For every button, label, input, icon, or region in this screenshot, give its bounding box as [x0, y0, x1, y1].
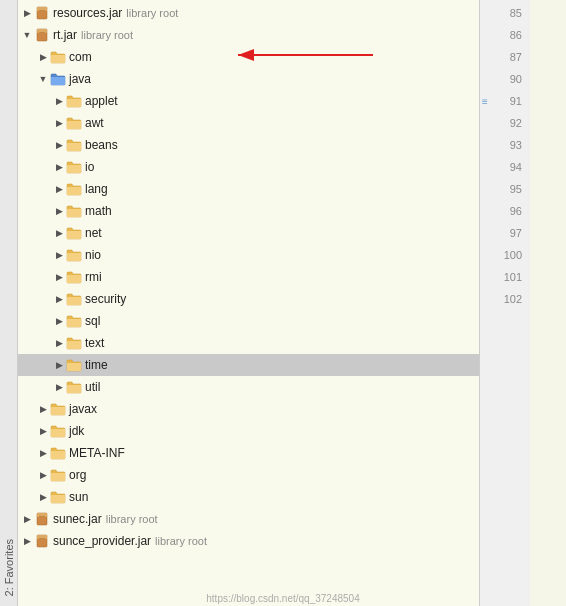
tree-arrow-jdk[interactable] [36, 424, 50, 438]
favorites-tab-label: 2: Favorites [3, 539, 15, 596]
folder-icon-java [50, 71, 66, 87]
tree-item-lang[interactable]: lang [18, 178, 479, 200]
line-num-97: 97 [480, 222, 530, 244]
line-num-101: 101 [480, 266, 530, 288]
tree-item-sunce-provider-jar[interactable]: sunce_provider.jarlibrary root [18, 530, 479, 552]
tree-arrow-lang[interactable] [52, 182, 66, 196]
tree-arrow-net[interactable] [52, 226, 66, 240]
folder-icon-sunec-jar [34, 511, 50, 527]
line-number-value-95: 95 [510, 183, 522, 195]
line-number-value-85: 85 [510, 7, 522, 19]
tree-item-sunec-jar[interactable]: sunec.jarlibrary root [18, 508, 479, 530]
tree-item-com[interactable]: com [18, 46, 479, 68]
tree-arrow-resources-jar[interactable] [20, 6, 34, 20]
tree-arrow-io[interactable] [52, 160, 66, 174]
line-num-91: ≡91 [480, 90, 530, 112]
tree-item-beans[interactable]: beans [18, 134, 479, 156]
item-label-jdk: jdk [69, 424, 84, 438]
tree-item-io[interactable]: io [18, 156, 479, 178]
folder-icon-security [66, 291, 82, 307]
line-num-85: 85 [480, 2, 530, 24]
tree-item-net[interactable]: net [18, 222, 479, 244]
tree-item-time[interactable]: time [18, 354, 479, 376]
folder-icon-io [66, 159, 82, 175]
tree-item-sun[interactable]: sun [18, 486, 479, 508]
folder-icon-org [50, 467, 66, 483]
item-label-rmi: rmi [85, 270, 102, 284]
line-indicator-91: ≡ [482, 96, 488, 107]
folder-icon-time [66, 357, 82, 373]
tree-item-text[interactable]: text [18, 332, 479, 354]
folder-icon-applet [66, 93, 82, 109]
tree-arrow-applet[interactable] [52, 94, 66, 108]
tree-item-javax[interactable]: javax [18, 398, 479, 420]
tree-arrow-javax[interactable] [36, 402, 50, 416]
line-number-value-91: 91 [510, 95, 522, 107]
folder-icon-net [66, 225, 82, 241]
tree-arrow-rt-jar[interactable] [20, 28, 34, 42]
watermark: https://blog.csdn.net/qq_37248504 [206, 593, 359, 604]
tree-item-nio[interactable]: nio [18, 244, 479, 266]
item-sublabel-sunce-provider-jar: library root [155, 535, 207, 547]
tree-item-security[interactable]: security [18, 288, 479, 310]
folder-icon-util [66, 379, 82, 395]
folder-icon-sun [50, 489, 66, 505]
tree-arrow-time[interactable] [52, 358, 66, 372]
item-label-resources-jar: resources.jar [53, 6, 122, 20]
item-label-sun: sun [69, 490, 88, 504]
folder-icon-sql [66, 313, 82, 329]
svg-rect-13 [39, 538, 45, 539]
tree-arrow-META-INF[interactable] [36, 446, 50, 460]
tree-panel[interactable]: resources.jarlibrary root rt.jarlibrary … [18, 0, 480, 606]
tree-arrow-org[interactable] [36, 468, 50, 482]
tree-item-rt-jar[interactable]: rt.jarlibrary root [18, 24, 479, 46]
line-num-94: 94 [480, 156, 530, 178]
tree-arrow-util[interactable] [52, 380, 66, 394]
tree-arrow-com[interactable] [36, 50, 50, 64]
tree-item-applet[interactable]: applet [18, 90, 479, 112]
tree-arrow-math[interactable] [52, 204, 66, 218]
svg-rect-7 [39, 32, 45, 33]
tree-arrow-sql[interactable] [52, 314, 66, 328]
folder-icon-META-INF [50, 445, 66, 461]
item-label-rt-jar: rt.jar [53, 28, 77, 42]
tree-arrow-sunce-provider-jar[interactable] [20, 534, 34, 548]
svg-rect-4 [39, 10, 45, 11]
item-label-math: math [85, 204, 112, 218]
tree-item-awt[interactable]: awt [18, 112, 479, 134]
item-label-security: security [85, 292, 126, 306]
tree-item-math[interactable]: math [18, 200, 479, 222]
item-label-META-INF: META-INF [69, 446, 125, 460]
line-number-value-101: 101 [504, 271, 522, 283]
tree-arrow-security[interactable] [52, 292, 66, 306]
tree-arrow-nio[interactable] [52, 248, 66, 262]
tree-arrow-beans[interactable] [52, 138, 66, 152]
line-num-96: 96 [480, 200, 530, 222]
line-numbers-panel: 85868790≡91929394959697100101102 [480, 0, 530, 606]
folder-icon-beans [66, 137, 82, 153]
line-number-value-100: 100 [504, 249, 522, 261]
line-num-90: 90 [480, 68, 530, 90]
tree-arrow-sunec-jar[interactable] [20, 512, 34, 526]
tree-item-resources-jar[interactable]: resources.jarlibrary root [18, 2, 479, 24]
tree-item-rmi[interactable]: rmi [18, 266, 479, 288]
tree-arrow-text[interactable] [52, 336, 66, 350]
line-num-87: 87 [480, 46, 530, 68]
tree-arrow-awt[interactable] [52, 116, 66, 130]
tree-container: resources.jarlibrary root rt.jarlibrary … [18, 2, 479, 552]
folder-icon-rt-jar [34, 27, 50, 43]
tree-arrow-sun[interactable] [36, 490, 50, 504]
tree-item-jdk[interactable]: jdk [18, 420, 479, 442]
favorites-tab[interactable]: 2: Favorites [0, 0, 18, 606]
tree-arrow-java[interactable] [36, 72, 50, 86]
tree-arrow-rmi[interactable] [52, 270, 66, 284]
tree-item-java[interactable]: java [18, 68, 479, 90]
item-sublabel-resources-jar: library root [126, 7, 178, 19]
folder-icon-resources-jar [34, 5, 50, 21]
tree-item-META-INF[interactable]: META-INF [18, 442, 479, 464]
main-panel: 2: Favorites resources.jarlibrary root r… [0, 0, 566, 606]
tree-item-org[interactable]: org [18, 464, 479, 486]
tree-item-sql[interactable]: sql [18, 310, 479, 332]
tree-item-util[interactable]: util [18, 376, 479, 398]
svg-rect-10 [39, 516, 45, 517]
